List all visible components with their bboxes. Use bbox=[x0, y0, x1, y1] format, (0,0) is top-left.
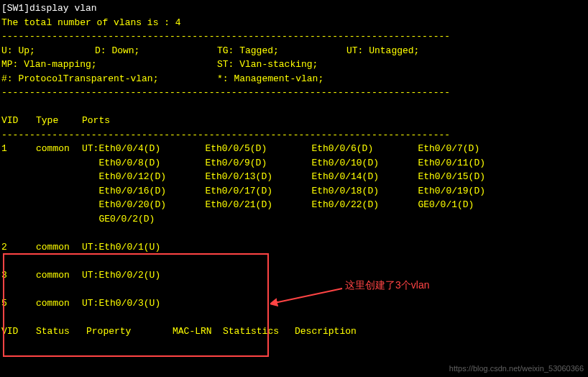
legend-protocol: #: ProtocolTransparent-vlan; bbox=[1, 72, 217, 86]
legend-mapping: MP: Vlan-mapping; bbox=[1, 58, 217, 72]
port-entry: Eth0/0/20(D) bbox=[82, 198, 188, 212]
legend-row3: #: ProtocolTransparent-vlan;*: Managemen… bbox=[1, 72, 587, 86]
vlan-type: common bbox=[36, 240, 82, 255]
blank-line bbox=[1, 254, 587, 268]
vlan-vid: 1 bbox=[1, 142, 36, 226]
port-entry: Eth0/0/18(D) bbox=[295, 184, 401, 199]
port-entry: UT:Eth0/0/1(U) bbox=[82, 240, 188, 255]
vlan-ports: UT:Eth0/0/2(U) bbox=[82, 268, 587, 283]
footer-status: Status bbox=[36, 324, 86, 339]
legend-stacking: ST: Vlan-stacking; bbox=[217, 59, 318, 70]
prompt-line: [SW1]display vlan bbox=[1, 1, 587, 16]
legend-management: *: Management-vlan; bbox=[217, 73, 323, 84]
port-entry: Eth0/0/22(D) bbox=[295, 198, 401, 212]
legend-untagged: UT: Untagged; bbox=[346, 45, 419, 56]
divider: ----------------------------------------… bbox=[1, 128, 587, 142]
vlan-list: 1commonUT:Eth0/0/4(D) Eth0/0/5(D) Eth0/0… bbox=[1, 142, 587, 324]
port-entry: Eth0/0/19(D) bbox=[401, 184, 507, 199]
header-vid: VID bbox=[1, 114, 36, 128]
vlan-row: 1commonUT:Eth0/0/4(D) Eth0/0/5(D) Eth0/0… bbox=[1, 142, 587, 226]
footer-stats: Statistics bbox=[223, 324, 295, 339]
legend-down: D: Down; bbox=[95, 44, 217, 58]
port-entry: Eth0/0/16(D) bbox=[82, 184, 188, 199]
port-entry: Eth0/0/5(D) bbox=[188, 142, 295, 156]
vlan-vid: 2 bbox=[1, 240, 36, 255]
vlan-row: 3commonUT:Eth0/0/2(U) bbox=[1, 268, 587, 283]
port-entry: Eth0/0/17(D) bbox=[188, 184, 295, 199]
vlan-ports: UT:Eth0/0/1(U) bbox=[82, 240, 587, 255]
port-entry: Eth0/0/12(D) bbox=[82, 170, 188, 184]
vlan-ports: UT:Eth0/0/3(U) bbox=[82, 296, 587, 311]
total-vlans: The total number of vlans is : 4 bbox=[1, 16, 587, 30]
port-entry: Eth0/0/21(D) bbox=[188, 198, 295, 212]
port-entry: GE0/0/1(D) bbox=[401, 198, 507, 212]
footer-vid: VID bbox=[1, 324, 36, 339]
port-entry: UT:Eth0/0/4(D) bbox=[82, 142, 188, 156]
vlan-type: common bbox=[36, 142, 82, 226]
blank-line bbox=[1, 282, 587, 296]
table-footer-header: VID Status Property MAC-LRN Statistics D… bbox=[1, 324, 587, 339]
legend-row2: MP: Vlan-mapping;ST: Vlan-stacking; bbox=[1, 58, 587, 72]
port-entry: Eth0/0/15(D) bbox=[401, 170, 507, 184]
blank-line bbox=[1, 310, 587, 324]
divider: ----------------------------------------… bbox=[1, 29, 587, 44]
footer-maclrn: MAC-LRN bbox=[173, 324, 223, 339]
header-ports: Ports bbox=[82, 114, 587, 128]
port-entry: Eth0/0/7(D) bbox=[401, 142, 507, 156]
vlan-type: common bbox=[36, 268, 82, 283]
port-entry: Eth0/0/14(D) bbox=[295, 170, 401, 184]
port-entry: Eth0/0/13(D) bbox=[188, 170, 295, 184]
vlan-row: 5commonUT:Eth0/0/3(U) bbox=[1, 296, 587, 311]
blank-line bbox=[1, 226, 587, 240]
port-entry: UT:Eth0/0/2(U) bbox=[82, 268, 188, 283]
port-entry: Eth0/0/9(D) bbox=[188, 156, 295, 171]
watermark: https://blog.csdn.net/weixin_53060366 bbox=[449, 363, 584, 375]
legend-row1: U: Up;D: Down;TG: Tagged;UT: Untagged; bbox=[1, 44, 587, 58]
header-type: Type bbox=[36, 114, 82, 128]
port-entry: UT:Eth0/0/3(U) bbox=[82, 296, 188, 311]
legend-up: U: Up; bbox=[1, 44, 95, 58]
vlan-vid: 5 bbox=[1, 296, 36, 311]
table-header: VID Type Ports bbox=[1, 114, 587, 128]
port-entry: Eth0/0/6(D) bbox=[295, 142, 401, 156]
vlan-vid: 3 bbox=[1, 268, 36, 283]
vlan-type: common bbox=[36, 296, 82, 311]
footer-desc: Description bbox=[295, 324, 357, 339]
port-entry: Eth0/0/10(D) bbox=[295, 156, 401, 171]
footer-property: Property bbox=[86, 324, 173, 339]
port-entry: Eth0/0/8(D) bbox=[82, 156, 188, 171]
divider: ----------------------------------------… bbox=[1, 86, 587, 100]
blank-line bbox=[1, 100, 587, 114]
legend-tagged: TG: Tagged; bbox=[217, 44, 346, 58]
port-entry: Eth0/0/11(D) bbox=[401, 156, 507, 171]
port-entry: GE0/0/2(D) bbox=[82, 212, 188, 227]
vlan-ports: UT:Eth0/0/4(D) Eth0/0/5(D) Eth0/0/6(D) E… bbox=[82, 142, 587, 226]
vlan-row: 2commonUT:Eth0/0/1(U) bbox=[1, 240, 587, 255]
